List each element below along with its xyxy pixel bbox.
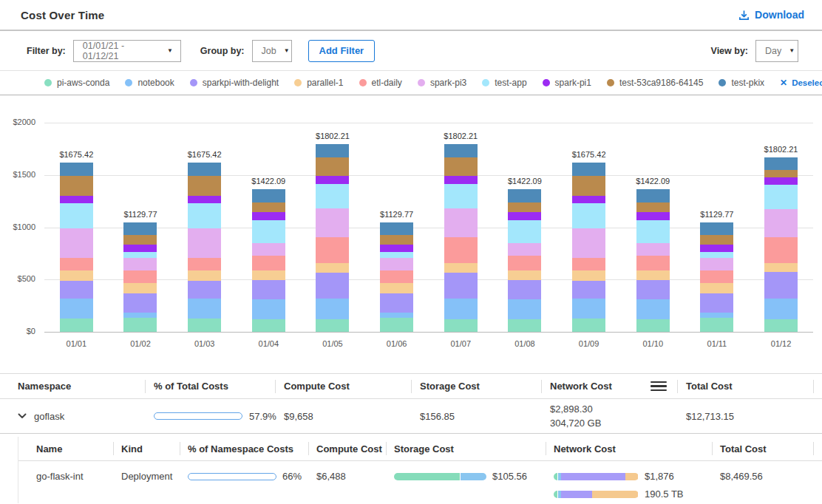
- bar-segment-spark-pi1[interactable]: [508, 212, 541, 220]
- bar-segment-test-app[interactable]: [444, 184, 478, 208]
- bar-segment-spark-pi1[interactable]: [316, 176, 349, 184]
- group-by-select[interactable]: Job ▼: [252, 40, 292, 62]
- legend-item-spark-pi3[interactable]: spark-pi3: [418, 78, 466, 88]
- bar-segment-test-53ca9186-64145[interactable]: [700, 235, 733, 245]
- bar-segment-spark-pi1[interactable]: [444, 176, 478, 184]
- bar-segment-spark-pi1[interactable]: [700, 245, 733, 252]
- bar-segment-pi-aws-conda[interactable]: [188, 319, 221, 332]
- bar-segment-spark-pi3[interactable]: [60, 228, 93, 258]
- bar-segment-spark-pi1[interactable]: [572, 196, 605, 203]
- legend-item-test-pkix[interactable]: test-pkix: [719, 78, 764, 88]
- bar-segment-spark-pi3[interactable]: [252, 243, 285, 256]
- bar-segment-spark-pi3[interactable]: [700, 258, 733, 270]
- bar-segment-test-pkix[interactable]: [316, 144, 349, 157]
- bar-segment-etl-daily[interactable]: [700, 270, 733, 283]
- bar-segment-etl-daily[interactable]: [123, 270, 157, 283]
- bar-segment-test-app[interactable]: [252, 220, 285, 243]
- bar-segment-test-pkix[interactable]: [508, 189, 541, 202]
- bar-segment-notebook[interactable]: [60, 299, 93, 319]
- bar-01/09[interactable]: $1675.42: [572, 163, 605, 332]
- bar-segment-notebook[interactable]: [123, 313, 157, 318]
- bar-01/06[interactable]: $1129.77: [380, 222, 413, 332]
- bar-segment-test-53ca9186-64145[interactable]: [252, 202, 285, 212]
- bar-01/12[interactable]: $1802.21: [764, 157, 798, 332]
- bar-segment-test-53ca9186-64145[interactable]: [60, 176, 93, 196]
- bar-segment-pi-aws-conda[interactable]: [700, 318, 733, 332]
- bar-segment-spark-pi1[interactable]: [252, 212, 285, 220]
- download-button[interactable]: Download: [738, 9, 804, 21]
- bar-segment-etl-daily[interactable]: [188, 258, 221, 270]
- bar-segment-sparkpi-with-delight[interactable]: [123, 293, 157, 313]
- legend-item-parallel-1[interactable]: parallel-1: [294, 78, 343, 88]
- legend-item-spark-pi1[interactable]: spark-pi1: [543, 78, 591, 88]
- bar-segment-notebook[interactable]: [380, 313, 413, 318]
- bar-segment-parallel-1[interactable]: [60, 270, 93, 281]
- bar-segment-notebook[interactable]: [572, 299, 605, 319]
- bar-segment-test-app[interactable]: [572, 203, 605, 228]
- bar-segment-etl-daily[interactable]: [252, 256, 285, 270]
- bar-segment-etl-daily[interactable]: [636, 256, 670, 270]
- bar-segment-notebook[interactable]: [444, 299, 478, 319]
- bar-segment-pi-aws-conda[interactable]: [252, 319, 285, 332]
- bar-segment-test-app[interactable]: [123, 252, 157, 259]
- bar-segment-test-53ca9186-64145[interactable]: [380, 235, 413, 245]
- bar-segment-notebook[interactable]: [700, 313, 733, 318]
- bar-segment-sparkpi-with-delight[interactable]: [188, 281, 221, 299]
- legend-item-test-app[interactable]: test-app: [482, 78, 526, 88]
- view-by-select[interactable]: Day ▼: [755, 40, 798, 62]
- bar-segment-sparkpi-with-delight[interactable]: [316, 273, 349, 299]
- bar-segment-test-pkix[interactable]: [60, 163, 93, 176]
- bar-segment-parallel-1[interactable]: [636, 270, 670, 279]
- workload-row-go-flask-int[interactable]: go-flask-int Deployment 66% $6,488 $105.…: [18, 461, 822, 503]
- bar-segment-test-53ca9186-64145[interactable]: [508, 202, 541, 212]
- bar-segment-notebook[interactable]: [188, 299, 221, 319]
- bar-segment-pi-aws-conda[interactable]: [636, 319, 670, 332]
- bar-segment-pi-aws-conda[interactable]: [444, 319, 478, 332]
- bar-segment-test-app[interactable]: [60, 203, 93, 228]
- bar-segment-spark-pi3[interactable]: [508, 243, 541, 256]
- bar-segment-sparkpi-with-delight[interactable]: [252, 280, 285, 299]
- bar-01/05[interactable]: $1802.21: [316, 144, 349, 332]
- legend-item-test-53ca9186-64145[interactable]: test-53ca9186-64145: [607, 78, 703, 88]
- bar-segment-spark-pi3[interactable]: [188, 228, 221, 258]
- bar-01/04[interactable]: $1422.09: [252, 189, 285, 332]
- bar-segment-test-pkix[interactable]: [444, 144, 478, 157]
- bar-segment-pi-aws-conda[interactable]: [316, 319, 349, 332]
- bar-segment-test-app[interactable]: [316, 184, 349, 208]
- bar-segment-spark-pi1[interactable]: [123, 245, 157, 252]
- bar-segment-spark-pi3[interactable]: [316, 208, 349, 236]
- bar-segment-parallel-1[interactable]: [572, 270, 605, 281]
- bar-segment-spark-pi3[interactable]: [123, 258, 157, 270]
- bar-segment-test-pkix[interactable]: [380, 222, 413, 235]
- bar-segment-parallel-1[interactable]: [444, 263, 478, 273]
- bar-segment-spark-pi1[interactable]: [636, 212, 670, 220]
- bar-segment-test-pkix[interactable]: [700, 222, 733, 235]
- bar-segment-pi-aws-conda[interactable]: [123, 318, 157, 332]
- namespace-row-goflask[interactable]: goflask 57.9% $9,658 $156.85 $2,898.30 3…: [0, 399, 822, 434]
- bar-01/02[interactable]: $1129.77: [123, 222, 157, 332]
- bar-segment-sparkpi-with-delight[interactable]: [508, 280, 541, 299]
- bar-01/01[interactable]: $1675.42: [60, 163, 93, 332]
- bar-segment-test-53ca9186-64145[interactable]: [316, 157, 349, 177]
- legend-item-etl-daily[interactable]: etl-daily: [359, 78, 402, 88]
- bar-segment-test-app[interactable]: [636, 220, 670, 243]
- bar-segment-test-53ca9186-64145[interactable]: [636, 202, 670, 212]
- bar-segment-sparkpi-with-delight[interactable]: [444, 273, 478, 299]
- bar-01/11[interactable]: $1129.77: [700, 222, 733, 332]
- bar-segment-etl-daily[interactable]: [380, 270, 413, 283]
- bar-segment-parallel-1[interactable]: [764, 263, 798, 272]
- bar-segment-pi-aws-conda[interactable]: [572, 319, 605, 332]
- bar-segment-etl-daily[interactable]: [444, 237, 478, 264]
- menu-icon[interactable]: [651, 379, 667, 394]
- bar-segment-etl-daily[interactable]: [508, 256, 541, 270]
- bar-segment-spark-pi3[interactable]: [380, 258, 413, 270]
- legend-item-notebook[interactable]: notebook: [125, 78, 174, 88]
- bar-segment-notebook[interactable]: [764, 299, 798, 319]
- bar-segment-parallel-1[interactable]: [700, 283, 733, 293]
- add-filter-button[interactable]: Add Filter: [308, 40, 376, 62]
- bar-segment-test-app[interactable]: [188, 203, 221, 228]
- bar-segment-test-pkix[interactable]: [188, 163, 221, 176]
- bar-segment-notebook[interactable]: [316, 299, 349, 319]
- bar-segment-test-app[interactable]: [508, 220, 541, 243]
- legend-item-pi-aws-conda[interactable]: pi-aws-conda: [44, 78, 109, 88]
